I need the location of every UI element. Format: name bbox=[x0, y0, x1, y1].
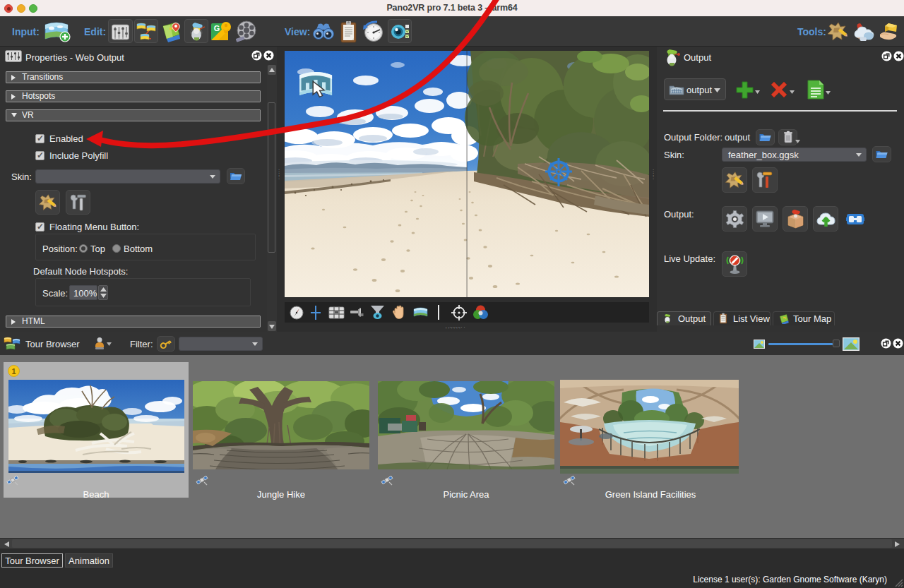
svg-text:G: G bbox=[214, 24, 220, 32]
svg-text:1: 1 bbox=[11, 367, 16, 376]
